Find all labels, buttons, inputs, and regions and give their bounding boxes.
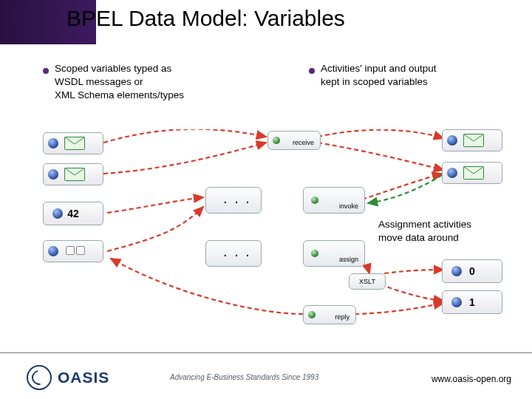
- orb-icon: [451, 266, 462, 276]
- message-box: [43, 163, 103, 185]
- page-title: BPEL Data Model: Variables: [66, 6, 345, 31]
- value-label: 42: [67, 208, 79, 219]
- orb-icon: [311, 250, 318, 257]
- envelope-icon: [463, 166, 484, 180]
- activity-assign: assign: [303, 240, 365, 267]
- footer-divider: [0, 352, 532, 353]
- orb-icon: [48, 246, 58, 256]
- orb-icon: [52, 208, 63, 219]
- envelope-icon: [64, 168, 85, 181]
- value-label: 1: [469, 296, 475, 308]
- value-label: 0: [469, 265, 475, 277]
- message-box: [43, 132, 103, 154]
- square-icon: [66, 246, 75, 255]
- logo-mark-icon: [27, 365, 52, 390]
- left-bullet-text: Scoped variables typed as WSDL messages …: [55, 62, 184, 103]
- logo: OASIS: [27, 365, 109, 390]
- orb-icon: [48, 138, 58, 149]
- activity-xslt: XSLT: [349, 273, 386, 290]
- orb-icon: [311, 197, 318, 204]
- orb-icon: [273, 137, 280, 144]
- diagram-canvas: 42 0 1 receive . . . invoke . . . assign: [0, 129, 532, 336]
- value-box-42: 42: [43, 202, 103, 225]
- envelope-icon: [463, 134, 484, 147]
- activity-label: reply: [335, 313, 349, 321]
- value-box-0: 0: [442, 259, 502, 283]
- footer-url: www.oasis-open.org: [432, 374, 511, 384]
- orb-icon: [48, 169, 58, 180]
- activity-label: invoke: [339, 202, 358, 210]
- footer-tagline: Advancing E-Business Standards Since 199…: [170, 373, 318, 381]
- value-box-1: 1: [442, 290, 502, 314]
- orb-icon: [308, 311, 316, 318]
- ellipsis-icon: . . .: [223, 190, 251, 211]
- caption-assignment: Assignment activities move data around: [378, 218, 471, 244]
- activity-ellipsis: . . .: [205, 240, 262, 267]
- bullet-icon: [309, 68, 315, 74]
- logo-text: OASIS: [58, 369, 109, 386]
- ellipsis-icon: . . .: [223, 243, 251, 265]
- activity-invoke: invoke: [303, 187, 365, 214]
- orb-icon: [447, 168, 457, 178]
- activity-label: receive: [293, 139, 314, 146]
- square-icon: [76, 246, 85, 255]
- activity-label: assign: [339, 256, 358, 263]
- struct-box: [43, 240, 103, 262]
- right-bullet-text: Activities' input and output kept in sco…: [321, 62, 436, 89]
- activity-receive: receive: [267, 131, 321, 150]
- message-box: [442, 129, 502, 151]
- orb-icon: [451, 297, 462, 307]
- activity-ellipsis: . . .: [205, 187, 262, 214]
- bullet-icon: [43, 68, 49, 74]
- activity-reply: reply: [303, 305, 356, 324]
- message-box: [442, 162, 502, 184]
- orb-icon: [447, 135, 457, 146]
- activity-label: XSLT: [359, 278, 375, 285]
- envelope-icon: [64, 137, 85, 150]
